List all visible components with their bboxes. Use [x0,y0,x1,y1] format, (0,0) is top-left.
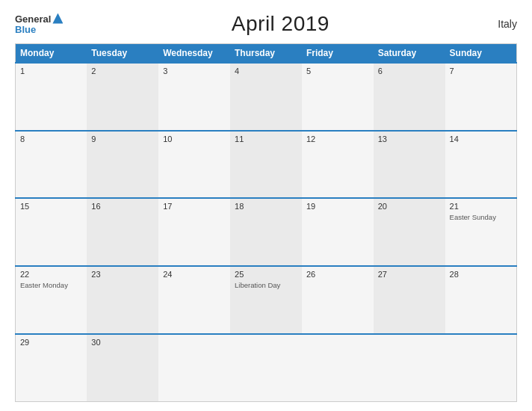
calendar-day-cell: 8 [16,131,87,199]
calendar-day-cell: 21Easter Sunday [445,198,517,266]
col-saturday: Saturday [374,44,445,64]
day-number: 24 [163,270,226,279]
day-number: 19 [306,202,369,211]
calendar-day-cell: 12 [302,131,374,199]
day-number: 1 [20,67,82,75]
day-number: 16 [91,202,154,211]
day-number: 3 [163,67,226,75]
calendar-week-row: 15161718192021Easter Sunday [16,198,517,266]
calendar-day-cell: 4 [230,63,302,131]
day-number: 17 [163,202,226,211]
day-number: 8 [20,135,82,143]
calendar-day-cell: 19 [302,198,374,266]
calendar-day-cell: 23 [87,266,158,334]
col-wednesday: Wednesday [158,44,230,64]
calendar-day-cell [230,334,302,402]
calendar-week-row: 891011121314 [16,131,517,199]
col-tuesday: Tuesday [87,44,158,64]
calendar-day-cell: 16 [87,198,158,266]
day-number: 22 [20,270,82,279]
day-number: 15 [20,202,82,211]
day-number: 30 [91,338,154,347]
logo-blue-text: Blue [15,25,36,34]
calendar-day-cell: 24 [158,266,230,334]
day-number: 28 [450,270,512,279]
calendar-day-cell: 26 [302,266,374,334]
calendar-day-cell: 7 [445,63,517,131]
calendar-day-cell [374,334,445,402]
day-number: 4 [235,67,297,75]
day-number: 10 [163,135,226,143]
holiday-label: Easter Sunday [450,213,512,221]
calendar-day-cell: 5 [302,63,374,131]
day-number: 13 [378,135,441,143]
day-number: 25 [235,270,297,279]
day-number: 11 [235,135,297,143]
calendar-week-row: 1234567 [16,63,517,131]
day-number: 7 [450,67,512,75]
day-number: 6 [378,67,441,75]
col-sunday: Sunday [445,44,517,64]
calendar-day-cell: 30 [87,334,158,402]
day-number: 20 [378,202,441,211]
calendar-day-cell: 3 [158,63,230,131]
calendar-day-cell: 20 [374,198,445,266]
day-number: 5 [306,67,369,75]
calendar-day-cell [302,334,374,402]
calendar-day-cell: 11 [230,131,302,199]
calendar-day-cell: 18 [230,198,302,266]
day-number: 2 [91,67,154,75]
calendar-day-cell: 6 [374,63,445,131]
col-thursday: Thursday [230,44,302,64]
logo-flag-icon [52,13,63,24]
calendar-week-row: 22Easter Monday232425Liberation Day26272… [16,266,517,334]
calendar-day-cell: 9 [87,131,158,199]
calendar-day-cell: 28 [445,266,517,334]
day-number: 23 [91,270,154,279]
calendar-day-cell: 1 [16,63,87,131]
calendar-day-cell: 10 [158,131,230,199]
col-friday: Friday [302,44,374,64]
weekday-header-row: Monday Tuesday Wednesday Thursday Friday… [16,44,517,64]
day-number: 14 [450,135,512,143]
calendar-day-cell: 15 [16,198,87,266]
calendar-day-cell: 27 [374,266,445,334]
calendar-week-row: 2930 [16,334,517,402]
calendar-day-cell [158,334,230,402]
holiday-label: Easter Monday [20,281,82,289]
calendar-day-cell: 29 [16,334,87,402]
day-number: 12 [306,135,369,143]
logo: General Blue [15,14,63,34]
day-number: 26 [306,270,369,279]
country-label: Italy [498,18,517,30]
calendar-table: Monday Tuesday Wednesday Thursday Friday… [15,43,517,402]
day-number: 27 [378,270,441,279]
calendar-day-cell [445,334,517,402]
col-monday: Monday [16,44,87,64]
calendar-day-cell: 14 [445,131,517,199]
calendar-title: April 2019 [232,12,330,36]
day-number: 29 [20,338,82,347]
page: General Blue April 2019 Italy Monday Tue… [0,0,532,411]
day-number: 18 [235,202,297,211]
header: General Blue April 2019 Italy [15,12,517,36]
day-number: 21 [450,202,512,211]
calendar-day-cell: 25Liberation Day [230,266,302,334]
logo-general-text: General [15,14,51,24]
day-number: 9 [91,135,154,143]
calendar-day-cell: 22Easter Monday [16,266,87,334]
holiday-label: Liberation Day [235,281,297,289]
calendar-day-cell: 17 [158,198,230,266]
calendar-day-cell: 13 [374,131,445,199]
calendar-day-cell: 2 [87,63,158,131]
